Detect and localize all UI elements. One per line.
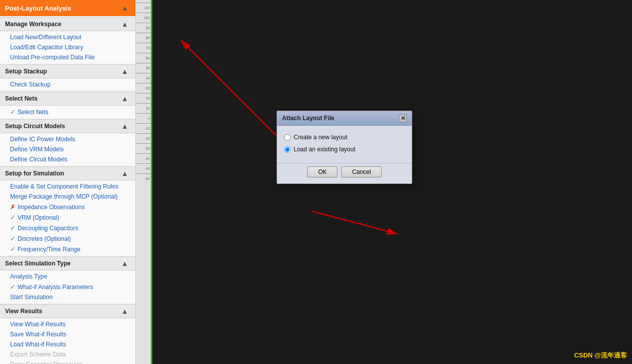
- section-content-setup-for-sim: Enable & Set Component Filtering Rules M…: [0, 180, 135, 255]
- menu-select-nets[interactable]: ✓ Select Nets: [0, 107, 135, 117]
- menu-impedance-obs[interactable]: ✗ Impedance Observations: [0, 202, 135, 212]
- sidebar: Post-Layout Analysis ▲ Manage Workspace …: [0, 0, 136, 364]
- ruler-tick-2: 90: [136, 23, 151, 33]
- ruler: 110 100 90 80 70 60 50 40 30 20 10 0 -10…: [136, 0, 151, 364]
- section-label-setup-for-sim: Setup for Simulation: [5, 170, 64, 177]
- menu-start-sim[interactable]: Start Simulation: [0, 292, 135, 302]
- dialog-body: Create a new layout Load an existing lay…: [277, 126, 412, 163]
- ruler-tick-3: 80: [136, 33, 151, 43]
- section-select-sim-type[interactable]: Select Simulation Type ▲: [0, 256, 135, 270]
- collapse-setup-stackup[interactable]: ▲: [119, 67, 130, 75]
- ruler-tick-8: 30: [136, 83, 151, 93]
- ruler-tick-1: 100: [136, 13, 151, 23]
- section-setup-for-sim[interactable]: Setup for Simulation ▲: [0, 166, 135, 180]
- menu-load-new-layout[interactable]: Load New/Different Layout: [0, 32, 135, 42]
- ruler-tick-0: 110: [136, 3, 151, 13]
- menu-load-whatif[interactable]: Load What-if Results: [0, 339, 135, 349]
- section-label-view-results: View Results: [5, 308, 42, 315]
- ruler-tick-6: 50: [136, 63, 151, 73]
- menu-save-whatif[interactable]: Save What-if Results: [0, 329, 135, 339]
- collapse-setup-circuit[interactable]: ▲: [119, 122, 130, 130]
- sidebar-title: Post-Layout Analysis: [5, 5, 71, 12]
- ruler-tick-12: -10: [136, 123, 151, 133]
- main-canvas: Attach Layout File ✕ Create a new layout…: [151, 0, 632, 364]
- ruler-tick-16: -50: [136, 163, 151, 173]
- section-view-results[interactable]: View Results ▲: [0, 304, 135, 318]
- menu-view-whatif[interactable]: View What-if Results: [0, 319, 135, 329]
- sidebar-collapse-btn[interactable]: ▲: [119, 4, 130, 12]
- ruler-tick-15: -40: [136, 153, 151, 163]
- section-label-select-sim-type: Select Simulation Type: [5, 260, 70, 267]
- menu-check-stackup[interactable]: Check Stackup: [0, 79, 135, 89]
- radio-create-new[interactable]: Create a new layout: [284, 134, 405, 141]
- dialog-title-bar: Attach Layout File ✕: [277, 111, 412, 126]
- radio-load-existing[interactable]: Load an existing layout: [284, 146, 405, 153]
- watermark-text: CSDN @流年過客: [574, 351, 627, 360]
- dialog-close-button[interactable]: ✕: [399, 114, 407, 122]
- attach-layout-dialog: Attach Layout File ✕ Create a new layout…: [277, 111, 412, 184]
- collapse-view-results[interactable]: ▲: [119, 307, 130, 315]
- menu-enable-set[interactable]: Enable & Set Component Filtering Rules: [0, 181, 135, 192]
- section-label-setup-circuit: Setup Circuit Models: [5, 123, 65, 130]
- ruler-tick-9: 20: [136, 93, 151, 103]
- check-icon-discretes: ✓: [10, 235, 16, 242]
- section-setup-stackup[interactable]: Setup Stackup ▲: [0, 64, 135, 78]
- dialog-title-text: Attach Layout File: [282, 115, 334, 122]
- menu-unload-precomputed[interactable]: Unload Pre-computed Data File: [0, 52, 135, 62]
- menu-whatif-params[interactable]: ✓ What-if Analysis Parameters: [0, 282, 135, 292]
- section-label-setup-stackup: Setup Stackup: [5, 68, 47, 75]
- section-content-select-sim-type: Analysis Type ✓ What-if Analysis Paramet…: [0, 270, 135, 303]
- collapse-select-nets[interactable]: ▲: [119, 95, 130, 103]
- section-label-select-nets: Select Nets: [5, 95, 38, 102]
- radio-create-input[interactable]: [284, 134, 291, 141]
- collapse-manage-workspace[interactable]: ▲: [119, 20, 130, 28]
- ruler-tick-17: -60: [136, 173, 151, 184]
- menu-vrm-optional[interactable]: ✓ VRM (Optional): [0, 212, 135, 223]
- sidebar-header: Post-Layout Analysis ▲: [0, 0, 135, 16]
- menu-discretes[interactable]: ✓ Discretes (Optional): [0, 233, 135, 244]
- section-content-view-results: View What-if Results Save What-if Result…: [0, 318, 135, 364]
- check-icon-whatif: ✓: [10, 283, 16, 291]
- dialog-cancel-button[interactable]: Cancel: [341, 166, 381, 177]
- section-content-setup-stackup: Check Stackup: [0, 78, 135, 90]
- radio-load-input[interactable]: [284, 146, 291, 153]
- dialog-ok-button[interactable]: OK: [307, 166, 337, 177]
- ruler-tick-5: 60: [136, 53, 151, 63]
- ruler-tick-11: 0: [136, 113, 151, 123]
- radio-create-label[interactable]: Create a new layout: [294, 134, 347, 141]
- ruler-tick-13: -20: [136, 133, 151, 143]
- check-icon-vrm: ✓: [10, 214, 16, 221]
- menu-draw-cap: Draw Capacitor Placement: [0, 359, 135, 364]
- menu-merge-package[interactable]: Merge Package through MCP (Optional): [0, 192, 135, 202]
- menu-define-circuit[interactable]: Define Circuit Models: [0, 154, 135, 164]
- ruler-tick-14: -30: [136, 143, 151, 153]
- menu-freq-time[interactable]: ✓ Frequency/Time Range: [0, 244, 135, 254]
- ruler-ticks: 110 100 90 80 70 60 50 40 30 20 10 0 -10…: [136, 0, 151, 364]
- ruler-tick-4: 70: [136, 43, 151, 53]
- ruler-tick-10: 10: [136, 103, 151, 113]
- menu-export-scheme: Export Scheme Data: [0, 349, 135, 359]
- dialog-button-bar: OK Cancel: [277, 163, 412, 184]
- menu-analysis-type[interactable]: Analysis Type: [0, 271, 135, 282]
- check-icon-freq: ✓: [10, 245, 16, 253]
- section-content-select-nets: ✓ Select Nets: [0, 106, 135, 118]
- green-border-line: [151, 0, 152, 364]
- menu-decoupling-caps[interactable]: ✓ Decoupling Capacitors: [0, 223, 135, 233]
- section-setup-circuit-models[interactable]: Setup Circuit Models ▲: [0, 119, 135, 133]
- section-label-manage-workspace: Manage Workspace: [5, 21, 61, 28]
- svg-line-2: [312, 211, 397, 234]
- check-icon-decoupling: ✓: [10, 224, 16, 232]
- menu-define-ic-power[interactable]: Define IC Power Models: [0, 134, 135, 144]
- collapse-select-sim-type[interactable]: ▲: [119, 259, 130, 267]
- section-content-manage-workspace: Load New/Different Layout Load/Edit Capa…: [0, 31, 135, 63]
- cross-icon-impedance: ✗: [10, 203, 16, 211]
- menu-load-edit-cap[interactable]: Load/Edit Capacitor Library: [0, 42, 135, 52]
- ruler-tick-7: 40: [136, 73, 151, 83]
- section-manage-workspace[interactable]: Manage Workspace ▲: [0, 17, 135, 31]
- section-select-nets[interactable]: Select Nets ▲: [0, 92, 135, 106]
- svg-line-1: [181, 40, 277, 136]
- section-content-setup-circuit: Define IC Power Models Define VRM Models…: [0, 133, 135, 165]
- collapse-setup-for-sim[interactable]: ▲: [119, 169, 130, 177]
- menu-define-vrm[interactable]: Define VRM Models: [0, 144, 135, 154]
- radio-load-label[interactable]: Load an existing layout: [294, 146, 355, 153]
